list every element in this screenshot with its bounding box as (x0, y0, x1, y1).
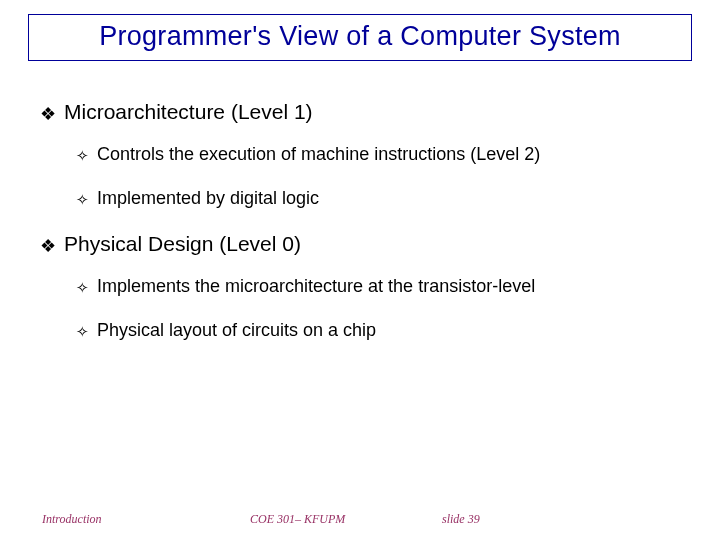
bullet-text: Physical layout of circuits on a chip (97, 320, 376, 341)
diamond-bullet-icon: ❖ (40, 100, 56, 128)
bullet-text: Physical Design (Level 0) (64, 232, 301, 256)
slide-footer: Introduction COE 301– KFUPM slide 39 (0, 508, 720, 530)
bullet-level1: ❖ Physical Design (Level 0) (40, 232, 680, 260)
slide-content: ❖ Microarchitecture (Level 1) ✧ Controls… (40, 100, 680, 364)
diamond-open-bullet-icon: ✧ (76, 188, 89, 212)
bullet-level2: ✧ Physical layout of circuits on a chip (76, 320, 680, 344)
slide-title-box: Programmer's View of a Computer System (28, 14, 692, 61)
bullet-level2: ✧ Controls the execution of machine inst… (76, 144, 680, 168)
bullet-text: Microarchitecture (Level 1) (64, 100, 313, 124)
bullet-level2: ✧ Implements the microarchitecture at th… (76, 276, 680, 300)
diamond-open-bullet-icon: ✧ (76, 320, 89, 344)
bullet-text: Implements the microarchitecture at the … (97, 276, 535, 297)
footer-right: slide 39 (442, 512, 480, 527)
bullet-text: Implemented by digital logic (97, 188, 319, 209)
bullet-level1: ❖ Microarchitecture (Level 1) (40, 100, 680, 128)
footer-center: COE 301– KFUPM (250, 512, 345, 527)
slide-title: Programmer's View of a Computer System (39, 21, 681, 52)
diamond-open-bullet-icon: ✧ (76, 144, 89, 168)
bullet-level2: ✧ Implemented by digital logic (76, 188, 680, 212)
footer-left: Introduction (42, 512, 102, 527)
diamond-bullet-icon: ❖ (40, 232, 56, 260)
bullet-text: Controls the execution of machine instru… (97, 144, 540, 165)
diamond-open-bullet-icon: ✧ (76, 276, 89, 300)
